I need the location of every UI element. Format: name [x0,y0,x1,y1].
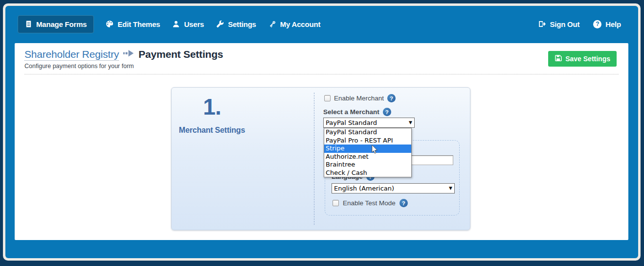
save-disk-icon [555,54,562,63]
sign-out-icon [538,20,546,28]
step-column: 1. Merchant Settings [172,88,252,135]
merchant-option[interactable]: Braintree [324,161,411,169]
merchant-option[interactable]: PayPal Pro - REST API [324,137,411,145]
nav-item-manage-forms[interactable]: Manage Forms [18,15,94,33]
merchant-option[interactable]: Check / Cash [324,169,411,177]
help-circle-icon: ? [593,20,601,28]
help-button[interactable]: ? Help [593,20,622,29]
nav-item-label: My Account [280,20,320,28]
dashed-arrow-icon [123,50,134,59]
nav-item-label: Settings [228,20,256,28]
enable-merchant-checkbox[interactable] [324,95,331,101]
merchant-settings-panel: 1. Merchant Settings Enable Merchant ? S… [171,87,470,230]
merchant-select-dropdown: PayPal Standard PayPal Pro - REST API St… [324,128,412,177]
merchant-select-value: PayPal Standard [326,119,377,126]
language-select-value: English (American) [334,185,394,192]
merchant-option[interactable]: Stripe [324,145,411,153]
nav-item-label: Edit Themes [117,20,160,28]
mouse-cursor-icon [371,145,378,156]
sign-out-button[interactable]: Sign Out [537,20,580,29]
key-icon [268,20,276,28]
window-frame: Manage Forms Edit Themes Users Settings [3,3,641,261]
main-nav: Manage Forms Edit Themes Users Settings [18,14,321,34]
chevron-down-icon: ▼ [449,186,452,191]
sign-out-label: Sign Out [550,20,579,28]
page-title: Payment Settings [138,48,223,60]
enable-merchant-help-icon[interactable]: ? [387,94,396,102]
merchant-select[interactable]: PayPal Standard ▼ [323,118,415,128]
user-icon [172,20,180,28]
page-background: Manage Forms Edit Themes Users Settings [5,6,638,258]
wrench-icon [216,20,224,28]
nav-item-edit-themes[interactable]: Edit Themes [105,20,160,29]
enable-merchant-row: Enable Merchant ? [324,94,396,102]
breadcrumb-link-form[interactable]: Shareholder Registry [24,48,119,61]
help-label: Help [605,20,621,28]
breadcrumb: Shareholder Registry Payment Settings [24,48,619,61]
main-nav-right: Sign Out ? Help [537,14,622,34]
nav-item-settings[interactable]: Settings [216,20,257,29]
select-merchant-row: Select a Merchant ? [323,108,391,116]
select-merchant-help-icon[interactable]: ? [383,108,391,116]
save-settings-button[interactable]: Save Settings [548,51,617,67]
nav-item-label: Users [184,20,204,28]
save-settings-label: Save Settings [565,55,610,63]
language-select[interactable]: English (American) ▼ [332,183,455,193]
step-title: Merchant Settings [172,126,252,135]
palette-icon [106,20,113,28]
test-mode-label: Enable Test Mode [343,199,396,207]
nav-item-my-account[interactable]: My Account [268,20,321,29]
test-mode-help-icon[interactable]: ? [400,199,408,207]
chevron-down-icon: ▼ [409,121,412,125]
merchant-option[interactable]: Authorize.net [324,153,411,161]
panel-divider [314,93,314,225]
select-merchant-label: Select a Merchant [323,108,379,116]
merchant-option[interactable]: PayPal Standard [324,128,411,137]
nav-item-label: Manage Forms [36,20,87,28]
content-card: Shareholder Registry Payment Settings Co… [15,43,628,240]
page-header: Shareholder Registry Payment Settings Co… [24,48,619,74]
test-mode-checkbox[interactable] [333,200,339,206]
nav-item-users[interactable]: Users [172,20,204,29]
page-subtitle: Configure payment options for your form [24,63,619,70]
step-number: 1. [172,94,252,120]
test-mode-row: Enable Test Mode ? [333,199,408,207]
enable-merchant-label: Enable Merchant [334,95,384,102]
document-icon [25,20,32,28]
